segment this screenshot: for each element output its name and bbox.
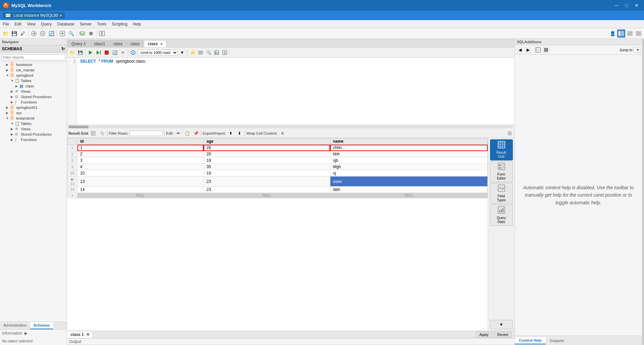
table-row[interactable]: 1 1 26 zhhh... [67, 145, 488, 151]
group-views-testandorid[interactable]: ▶ 👁 Views [0, 126, 67, 132]
table-row[interactable]: 2 2 20 hhh [67, 151, 488, 157]
cell-id[interactable]: 13 [77, 177, 204, 187]
sa-jump-select[interactable] [633, 47, 641, 53]
cell-id[interactable]: 2 [77, 151, 204, 157]
tab-class-active[interactable]: class ✕ [144, 40, 166, 47]
expand-car-manae[interactable]: ▶ [6, 68, 10, 72]
sa-forward-btn[interactable]: ▶ [524, 46, 532, 54]
expand-springboot[interactable]: ▼ [6, 74, 10, 77]
tab-close-active[interactable]: ✕ [160, 42, 163, 46]
toolbar-reconnect[interactable]: 🔄 [47, 29, 55, 38]
filter-input[interactable] [1, 54, 65, 60]
cell-name-highlighted[interactable]: www [330, 177, 487, 187]
cell-age[interactable]: 23 [204, 177, 330, 187]
cell-age[interactable]: 19 [204, 170, 330, 177]
limit-dropdown-btn[interactable]: ▼ [178, 49, 186, 56]
right-edge-grip[interactable] [642, 39, 644, 345]
menu-database[interactable]: Database [55, 21, 77, 27]
cell-null-id[interactable]: NULL [77, 193, 204, 198]
schemas-refresh-icon[interactable]: ↻ [61, 47, 65, 51]
hscroll-thumb[interactable] [68, 126, 89, 128]
expand-views[interactable]: ▶ [11, 90, 15, 93]
revert-button[interactable]: Revert [494, 332, 512, 338]
tab-class-3[interactable]: class [127, 40, 143, 47]
group-functions-springboot[interactable]: ▶ ƒ Functions [0, 99, 67, 105]
schema-bookstore[interactable]: ▶ 🗄 bookstore [0, 62, 67, 67]
cell-null-age[interactable]: NULL [204, 193, 330, 198]
table-row[interactable]: 10 10 19 sj [67, 170, 488, 177]
maximize-button[interactable]: □ [622, 1, 631, 10]
side-scroll-down-btn[interactable]: ▼ [490, 320, 513, 329]
wrap-cell-btn[interactable]: ≡ [279, 130, 286, 137]
toolbar-migration[interactable] [98, 29, 106, 38]
cell-age[interactable]: 23 [204, 187, 330, 193]
cell-age[interactable]: 26 [204, 145, 330, 151]
col-age[interactable]: age [204, 138, 330, 145]
sa-refresh-btn[interactable]: i [534, 46, 542, 54]
schema-car-manae[interactable]: ▶ 🗄 car_manae [0, 67, 67, 73]
minimize-button[interactable]: ─ [612, 1, 621, 10]
editor-area[interactable]: 1 SELECT * FROM springboot.class; [67, 58, 515, 125]
table-row[interactable]: 14 14 23 ddd [67, 187, 488, 193]
group-stored-procedures-springboot[interactable]: ▶ ⚙ Stored Procedures [0, 94, 67, 99]
cell-age[interactable]: 20 [204, 151, 330, 157]
editor-content[interactable]: SELECT * FROM springboot.class; [79, 58, 515, 125]
expand-views-testandorid[interactable]: ▶ [11, 127, 15, 131]
expand-sys[interactable]: ▶ [6, 111, 10, 115]
close-button[interactable]: ✕ [632, 1, 641, 10]
tab-class1[interactable]: class1 [90, 40, 109, 47]
toolbar-layout-3[interactable] [635, 29, 643, 38]
side-query-stats-btn[interactable]: QueryStats [490, 205, 513, 226]
apply-button[interactable]: Apply [476, 332, 492, 338]
cell-id[interactable]: 14 [77, 187, 204, 193]
copy-row-btn[interactable]: 📋 [183, 130, 191, 137]
filter-rows-input[interactable] [129, 131, 163, 136]
expand-springboot01[interactable]: ▶ [6, 106, 10, 109]
edit-row-btn[interactable]: ✏ [175, 130, 182, 137]
col-name[interactable]: name [330, 138, 487, 145]
query-cancel-btn[interactable]: ✕ [119, 49, 126, 56]
cell-name[interactable]: zhhh... [330, 145, 487, 151]
import-btn[interactable]: ⬇ [236, 130, 243, 137]
col-id[interactable]: id [77, 138, 204, 145]
menu-query[interactable]: Query [38, 21, 55, 27]
menu-view[interactable]: View [24, 21, 38, 27]
schema-springboot[interactable]: ▼ 🗄 springboot [0, 73, 67, 78]
editor-hscroll[interactable] [67, 125, 515, 129]
expand-fn-testandorid[interactable]: ▶ [11, 138, 15, 141]
schema-sys[interactable]: ▶ 🗄 sys [0, 110, 67, 116]
query-format-btn[interactable] [197, 49, 204, 56]
cell-name[interactable]: sjb [330, 157, 487, 164]
expand-sp-testandorid[interactable]: ▶ [11, 133, 15, 136]
query-search-btn[interactable]: 🔍 [205, 49, 212, 56]
query-schema-btn[interactable] [129, 49, 137, 56]
toolbar-layout-2[interactable] [626, 29, 634, 38]
toolbar-new-query[interactable] [58, 29, 66, 38]
group-views-springboot[interactable]: ▶ 👁 Views [0, 89, 67, 94]
toolbar-open[interactable]: 📁 [1, 29, 9, 38]
tab-query1[interactable]: Query 1 [68, 40, 90, 47]
tab-administration[interactable]: Administration [0, 322, 30, 329]
toolbar-save[interactable]: 💾 [10, 29, 18, 38]
sa-tab-context-help[interactable]: Context Help [515, 337, 546, 344]
bottom-tab-close[interactable]: ✕ [86, 332, 90, 337]
hscroll-track[interactable] [68, 126, 513, 128]
table-row[interactable]: 4 4 35 bfgh [67, 164, 488, 170]
menu-help[interactable]: Help [130, 21, 144, 27]
sa-tab-snippets[interactable]: Snippets [546, 337, 568, 344]
result-wrap-btn[interactable] [98, 130, 106, 137]
toolbar-save-script[interactable]: 🖊 [19, 29, 27, 38]
expand-class[interactable]: ▶ [15, 84, 19, 88]
table-row-null[interactable]: ● NULL NULL NULL [67, 193, 488, 198]
paste-row-btn[interactable]: 📌 [192, 130, 200, 137]
expand-tables-testandorid[interactable]: ▼ [11, 122, 15, 125]
cell-id[interactable]: 3 [77, 157, 204, 164]
menu-edit[interactable]: Edit [12, 21, 24, 27]
toolbar-options[interactable]: ⚙ [87, 29, 95, 38]
query-run-line-btn[interactable] [95, 49, 102, 56]
cell-id[interactable]: 1 [77, 145, 204, 151]
group-tables-springboot[interactable]: ▼ 📋 Tables [0, 78, 67, 83]
cell-name[interactable]: ddd [330, 187, 487, 193]
sa-back-btn[interactable]: ◀ [516, 46, 524, 54]
schema-springboot01[interactable]: ▶ 🗄 springboot01 [0, 105, 67, 110]
